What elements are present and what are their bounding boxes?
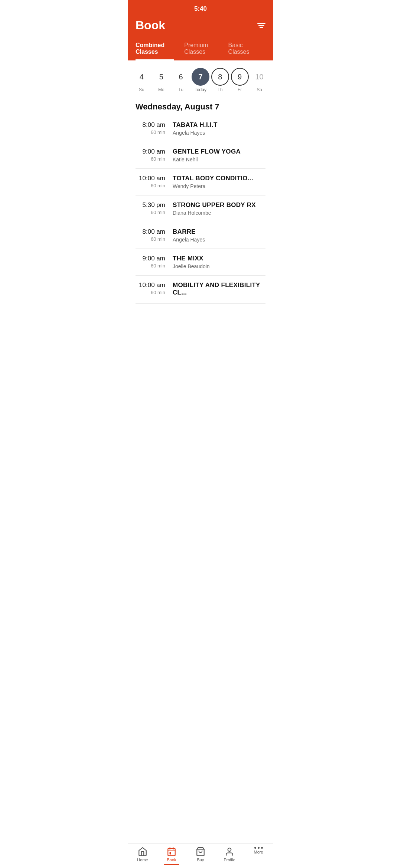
header: Book — [128, 15, 273, 38]
date-item-4[interactable]: 4 Su — [132, 68, 151, 92]
filter-line-3 — [260, 27, 263, 28]
date-num-6: 6 — [172, 68, 190, 86]
class-time-strong: 5:30 pm 60 min — [136, 201, 173, 215]
class-time-barre: 8:00 am 60 min — [136, 228, 173, 242]
status-bar: 5:40 — [128, 0, 273, 15]
date-picker: 4 Su 5 Mo 6 Tu 7 Today 8 Th 9 Fr 10 Sa — [128, 60, 273, 96]
date-label-today: Today — [195, 87, 206, 92]
class-item-mixx[interactable]: 9:00 am 60 min THE MIXX Joelle Beaudoin — [136, 249, 265, 276]
date-item-10[interactable]: 10 Sa — [250, 68, 269, 92]
day-header: Wednesday, August 7 — [128, 96, 273, 115]
date-item-5[interactable]: 5 Mo — [151, 68, 171, 92]
date-label-mo: Mo — [158, 87, 164, 92]
filter-button[interactable] — [257, 23, 265, 28]
filter-line-1 — [257, 23, 265, 24]
class-item-tabata[interactable]: 8:00 am 60 min TABATA H.I.I.T Angela Hay… — [136, 115, 265, 142]
class-tabs: Combined Classes Premium Classes Basic C… — [128, 38, 273, 60]
class-info-mixx: THE MIXX Joelle Beaudoin — [173, 255, 265, 269]
filter-line-2 — [258, 25, 264, 26]
tab-combined-classes[interactable]: Combined Classes — [136, 38, 174, 60]
date-item-8[interactable]: 8 Th — [211, 68, 230, 92]
class-time-mixx: 9:00 am 60 min — [136, 255, 173, 269]
class-info-strong: STRONG Upper Body RX Diana Holcombe — [173, 201, 265, 216]
class-time-total-body: 10:00 am 60 min — [136, 175, 173, 188]
tab-basic-classes[interactable]: Basic Classes — [228, 38, 255, 60]
date-item-9[interactable]: 9 Fr — [230, 68, 250, 92]
class-info-yoga: GENTLE FLOW YOGA Katie Nehil — [173, 148, 265, 162]
class-info-mobility: Mobility and Flexibility Cl... — [173, 282, 265, 297]
date-num-10: 10 — [250, 68, 268, 86]
class-time-yoga: 9:00 am 60 min — [136, 148, 173, 162]
date-num-5: 5 — [152, 68, 170, 86]
date-label-sa: Sa — [257, 87, 262, 92]
class-time-mobility: 10:00 am 60 min — [136, 282, 173, 295]
class-time-tabata: 8:00 am 60 min — [136, 121, 173, 135]
date-item-7[interactable]: 7 Today — [191, 68, 210, 92]
date-label-su: Su — [139, 87, 144, 92]
tab-premium-classes[interactable]: Premium Classes — [184, 38, 218, 60]
class-item-total-body[interactable]: 10:00 am 60 min TOTAL BODY CONDITIO... W… — [136, 169, 265, 195]
class-list: 8:00 am 60 min TABATA H.I.I.T Angela Hay… — [128, 115, 273, 304]
date-num-8: 8 — [211, 68, 229, 86]
date-label-fr: Fr — [238, 87, 242, 92]
date-num-4: 4 — [133, 68, 150, 86]
class-item-mobility[interactable]: 10:00 am 60 min Mobility and Flexibility… — [136, 276, 265, 304]
date-item-6[interactable]: 6 Tu — [171, 68, 190, 92]
page-title: Book — [136, 19, 165, 32]
class-info-total-body: TOTAL BODY CONDITIO... Wendy Petera — [173, 175, 265, 189]
date-label-th: Th — [218, 87, 223, 92]
date-label-tu: Tu — [178, 87, 183, 92]
class-item-strong[interactable]: 5:30 pm 60 min STRONG Upper Body RX Dian… — [136, 195, 265, 222]
date-num-7: 7 — [192, 68, 209, 86]
class-item-barre[interactable]: 8:00 am 60 min BARRE Angela Hayes — [136, 222, 265, 249]
class-info-tabata: TABATA H.I.I.T Angela Hayes — [173, 121, 265, 136]
status-time: 5:40 — [194, 5, 207, 12]
date-num-9: 9 — [231, 68, 249, 86]
class-item-yoga[interactable]: 9:00 am 60 min GENTLE FLOW YOGA Katie Ne… — [136, 142, 265, 169]
class-info-barre: BARRE Angela Hayes — [173, 228, 265, 243]
